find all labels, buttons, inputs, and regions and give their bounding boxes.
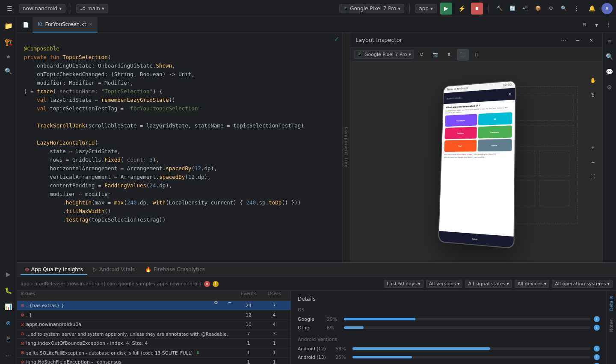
device-selector-btn[interactable]: 📱 Google Pixel 7 Pro ▾ [339, 4, 404, 13]
live-edit-icon[interactable]: 💬 [603, 65, 616, 79]
build-button[interactable]: 🔨 [494, 3, 506, 15]
issue-row-6[interactable]: ⊗ sqlite.SQLiteFullException - database … [17, 348, 290, 358]
avd-manager-button[interactable]: 📲 [519, 3, 531, 15]
app-quality-sidebar-icon[interactable]: ⊗ [2, 316, 15, 330]
sync-button[interactable]: 🔄 [506, 3, 518, 15]
live-update-button[interactable]: ⬛ [457, 49, 469, 61]
top-toolbar: ☰ nowinandroid ▾ ⎇ main ▾ 📱 Google Pixel… [0, 0, 616, 17]
phone-screen: Now in Android 12:00 Now in Andr... ⚙ Wh… [438, 81, 515, 248]
branch-selector[interactable]: ⎇ main ▾ [76, 4, 108, 13]
close-tab-icon[interactable]: × [89, 22, 92, 27]
inspector-tools-icon[interactable]: 🔍 [603, 50, 616, 63]
component-tree-strip: Component Tree [342, 33, 350, 262]
tab-bar: 📄 Kt ForYouScreen.kt × ⊟ ▾ ⋮ [17, 17, 616, 33]
capture-screenshot-button[interactable]: 📷 [429, 49, 441, 61]
os-filter[interactable]: All operating systems ▾ [552, 280, 613, 288]
run-sidebar-icon[interactable]: ▶ [2, 267, 15, 281]
issue-users-6: 1 [261, 350, 287, 355]
code-content: @Composable private fun TopicSelection( … [17, 33, 342, 228]
more-tabs-button[interactable]: ⋮ [602, 19, 614, 31]
chevron-down-icon-3: ▾ [398, 6, 400, 12]
details-tab-details[interactable]: Details [608, 293, 615, 314]
os-info-google[interactable]: i [594, 316, 600, 322]
issues-settings-button[interactable]: ⚙ [210, 296, 222, 308]
issue-row-1[interactable]: ⊗ . {has extras} } 24 7 [17, 301, 290, 311]
os-info-other[interactable]: i [594, 325, 600, 331]
project-selector[interactable]: nowinandroid ▾ [19, 4, 65, 13]
issue-row-4[interactable]: ⊗ ...ed to system_server and system apps… [17, 329, 290, 339]
zoom-out-inspector-button[interactable]: − [587, 156, 599, 168]
avatar-button[interactable]: A [601, 3, 613, 14]
project-sidebar-icon[interactable]: 📁 [2, 19, 15, 33]
run-button[interactable]: ▶ [440, 3, 452, 15]
structure-icon[interactable]: 🏗️ [2, 35, 15, 49]
details-tab-notes[interactable]: Notes [608, 316, 615, 335]
settings-button[interactable]: ⚙ [545, 3, 557, 15]
code-editor[interactable]: ✓ @Composable private fun TopicSelection… [17, 33, 342, 262]
issue-row-5[interactable]: ⊗ lang.IndexOutOfBoundsException - Index… [17, 339, 290, 348]
av-info-12[interactable]: i [594, 346, 600, 352]
versions-filter[interactable]: All versions ▾ [426, 280, 463, 288]
inspector-settings-icon[interactable]: ⚙ [603, 80, 616, 94]
stop-button[interactable]: ■ [471, 3, 483, 15]
fit-inspector-button[interactable]: ⛶ [587, 171, 599, 183]
issue-row-2[interactable]: ⊗ . } 12 4 [17, 311, 290, 320]
search-button[interactable]: 🔍 [558, 3, 570, 15]
find-icon[interactable]: 🔍 [2, 64, 15, 78]
file-name: ForYouScreen.kt [45, 21, 86, 27]
pause-button[interactable]: ⏸ [471, 49, 483, 61]
install-icon: ⬇ [196, 350, 199, 355]
issues-split: Issues Events Users ⚙ − ⊗ . {has extras}… [17, 291, 616, 364]
tab-firebase[interactable]: 🔥 Firebase Crashlytics [141, 265, 209, 275]
filter-path: app › prodRelease: [now-in-android] com.… [21, 281, 201, 287]
device-manager-icon[interactable]: 📱 [2, 332, 15, 346]
tab-android-vitals[interactable]: ▷ Android Vitals [89, 265, 139, 275]
more-options-button[interactable]: ⋮ [571, 3, 583, 15]
inspector-close-button[interactable]: × [585, 34, 597, 46]
more-sidebar-icon[interactable]: ⋯ [2, 349, 15, 362]
tab-app-quality[interactable]: ⊗ App Quality Insights [21, 265, 87, 275]
time-range-filter[interactable]: Last 60 days ▾ [384, 280, 423, 288]
av-track-13 [352, 356, 590, 358]
chevron-down-icon-2: ▾ [102, 6, 104, 12]
new-file-icon[interactable]: 📄 [19, 18, 33, 32]
favorites-icon[interactable]: ★ [2, 50, 15, 63]
issue-row-3[interactable]: ⊗ apps.nowinandroid/u0a 10 4 [17, 320, 290, 329]
inspector-settings-button[interactable]: ⋯ [558, 34, 570, 46]
android-versions-section: Android Versions Android (12) 58% i Andr… [298, 337, 600, 364]
os-bar-google: Google 29% i [298, 316, 600, 322]
error-icon-2: ⊗ [21, 312, 24, 318]
profiler-icon[interactable]: 📊 [2, 300, 15, 314]
inspector-title: Layout Inspector [355, 37, 402, 43]
export-button[interactable]: ⬆ [443, 49, 455, 61]
app-config-btn[interactable]: app ▾ [415, 4, 437, 13]
issue-events-7: 1 [236, 359, 261, 364]
signal-states-filter[interactable]: All signal states ▾ [465, 280, 512, 288]
device-preview: Now in Android 12:00 Now in Andr... ⚙ Wh… [350, 62, 602, 262]
devices-filter[interactable]: All devices ▾ [515, 280, 550, 288]
issue-text-4: ⊗ ...ed to system_server and system apps… [21, 331, 236, 337]
issues-collapse-button[interactable]: − [224, 296, 236, 308]
inspector-minimize-button[interactable]: − [572, 34, 583, 46]
split-editor-button[interactable]: ⊟ [578, 19, 590, 31]
hamburger-menu-button[interactable]: ☰ [3, 3, 15, 15]
sdk-manager-button[interactable]: 📦 [532, 3, 544, 15]
attributes-icon[interactable]: ≡ [603, 34, 616, 48]
debug-sidebar-icon[interactable]: 🐛 [2, 284, 15, 297]
select-inspector-button[interactable]: ✋ [587, 74, 599, 86]
separator-3 [488, 4, 489, 13]
pan-inspector-button[interactable]: 🖱 [587, 89, 599, 101]
av-info-13[interactable]: i [594, 354, 600, 360]
issue-row-7[interactable]: ⊗ lang.NoSuchFieldException - _consensus… [17, 358, 290, 364]
debug-button[interactable]: ⚡ [456, 3, 468, 15]
inspector-device-selector[interactable]: 📱 Google Pixel 7 Pro ▾ [354, 50, 414, 59]
zoom-in-inspector-button[interactable]: + [587, 142, 599, 154]
firebase-label: Firebase Crashlytics [154, 266, 205, 272]
issue-users-5: 1 [261, 340, 287, 346]
file-tab-foryouscreen[interactable]: Kt ForYouScreen.kt × [33, 17, 98, 33]
refresh-inspector-button[interactable]: ↺ [416, 49, 428, 61]
notifications-button[interactable]: 🔔 [586, 3, 598, 15]
split-options-button[interactable]: ▾ [590, 19, 602, 31]
os-pct-google: 29% [327, 317, 341, 322]
os-track-google [344, 318, 590, 320]
